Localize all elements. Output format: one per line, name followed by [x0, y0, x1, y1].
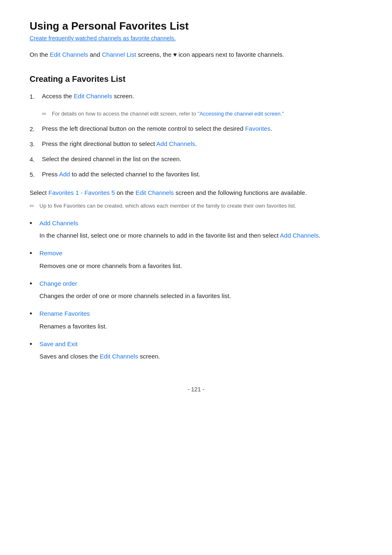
intro-channel-list-link[interactable]: Channel List [102, 51, 136, 58]
bullet-list: • Add Channels In the channel list, sele… [30, 219, 362, 361]
bullet-item-rename-favorites-header: • Rename Favorites [30, 309, 362, 319]
tip-text: Up to five Favorites can be created, whi… [39, 202, 296, 210]
bullet-item-rename-favorites: • Rename Favorites Renames a favorites l… [30, 309, 362, 331]
bullet-item-save-exit-header: • Save and Exit [30, 340, 362, 349]
bullet-save-exit-link[interactable]: Edit Channels [100, 353, 138, 360]
select-edit-channels-link[interactable]: Edit Channels [136, 189, 174, 196]
page-title: Using a Personal Favorites List [30, 20, 362, 32]
bullet-dot-save-exit: • [30, 340, 39, 349]
step-1: 1. Access the Edit Channels screen. [30, 91, 362, 102]
bullet-label-add-channels: Add Channels [39, 219, 78, 228]
step-5-text: Press Add to add the selected channel to… [42, 169, 200, 179]
step-2-text: Press the left directional button on the… [42, 124, 272, 134]
bullet-label-remove: Remove [39, 249, 62, 258]
step-4-num: 4. [30, 154, 42, 164]
tip-icon: ✏ [30, 203, 36, 209]
section-title: Creating a Favorites List [30, 74, 362, 84]
bullet-item-remove: • Remove Removes one or more channels fr… [30, 249, 362, 271]
bullet-add-channels-link[interactable]: Add Channels [280, 232, 318, 239]
bullet-desc-add-channels: In the channel list, select one or more … [30, 231, 362, 240]
tip-box: ✏ Up to five Favorites can be created, w… [30, 202, 362, 210]
bullet-desc-remove: Removes one or more channels from a favo… [30, 261, 362, 271]
step-4-text: Select the desired channel in the list o… [42, 154, 181, 164]
bullet-desc-rename-favorites: Renames a favorites list. [30, 321, 362, 331]
page-number: - 121 - [30, 386, 362, 393]
bullet-dot-change-order: • [30, 279, 39, 289]
steps-list-2: 2. Press the left directional button on … [30, 124, 362, 180]
bullet-label-rename-favorites: Rename Favorites [39, 309, 90, 319]
note-icon: ✏ [42, 111, 48, 117]
intro-edit-channels-link[interactable]: Edit Channels [50, 51, 88, 58]
step-5-num: 5. [30, 169, 42, 180]
bullet-item-change-order-header: • Change order [30, 279, 362, 289]
step-3: 3. Press the right directional button to… [30, 139, 362, 149]
step-1-link[interactable]: Edit Channels [74, 92, 112, 99]
bullet-item-add-channels: • Add Channels In the channel list, sele… [30, 219, 362, 240]
note-text: For details on how to access the channel… [52, 110, 284, 118]
intro-text-before-edit: On the [30, 51, 50, 58]
step-5-link[interactable]: Add [59, 171, 70, 178]
intro-text-after: screens, the ♥ icon appears next to favo… [136, 51, 284, 58]
select-favorites-link[interactable]: Favorites 1 - Favorites 5 [48, 189, 115, 196]
bullet-item-change-order: • Change order Changes the order of one … [30, 279, 362, 301]
step-2: 2. Press the left directional button on … [30, 124, 362, 134]
note-link[interactable]: Accessing the channel edit screen [199, 111, 280, 117]
step-2-link[interactable]: Favorites [245, 125, 270, 132]
bullet-desc-change-order: Changes the order of one or more channel… [30, 291, 362, 301]
step-3-num: 3. [30, 139, 42, 149]
step-3-link[interactable]: Add Channels [157, 140, 195, 147]
bullet-dot-remove: • [30, 249, 39, 258]
step-2-num: 2. [30, 124, 42, 134]
select-line: Select Favorites 1 - Favorites 5 on the … [30, 188, 362, 198]
bullet-item-add-channels-header: • Add Channels [30, 219, 362, 228]
step-1-num: 1. [30, 91, 42, 102]
steps-list: 1. Access the Edit Channels screen. [30, 91, 362, 102]
bullet-label-change-order: Change order [39, 279, 77, 289]
subtitle-link[interactable]: Create frequently watched channels as fa… [30, 35, 362, 42]
step-3-text: Press the right directional button to se… [42, 139, 197, 149]
step-4: 4. Select the desired channel in the lis… [30, 154, 362, 164]
step-1-text: Access the Edit Channels screen. [42, 91, 134, 101]
bullet-item-save-exit: • Save and Exit Saves and closes the Edi… [30, 340, 362, 361]
bullet-label-save-exit: Save and Exit [39, 340, 78, 349]
intro-text-before-channel: and [88, 51, 102, 58]
bullet-dot-rename-favorites: • [30, 309, 39, 319]
step-5: 5. Press Add to add the selected channel… [30, 169, 362, 180]
bullet-item-remove-header: • Remove [30, 249, 362, 258]
intro-paragraph: On the Edit Channels and Channel List sc… [30, 50, 362, 60]
note-box: ✏ For details on how to access the chann… [42, 110, 362, 118]
bullet-dot-add-channels: • [30, 219, 39, 228]
bullet-desc-save-exit: Saves and closes the Edit Channels scree… [30, 352, 362, 361]
